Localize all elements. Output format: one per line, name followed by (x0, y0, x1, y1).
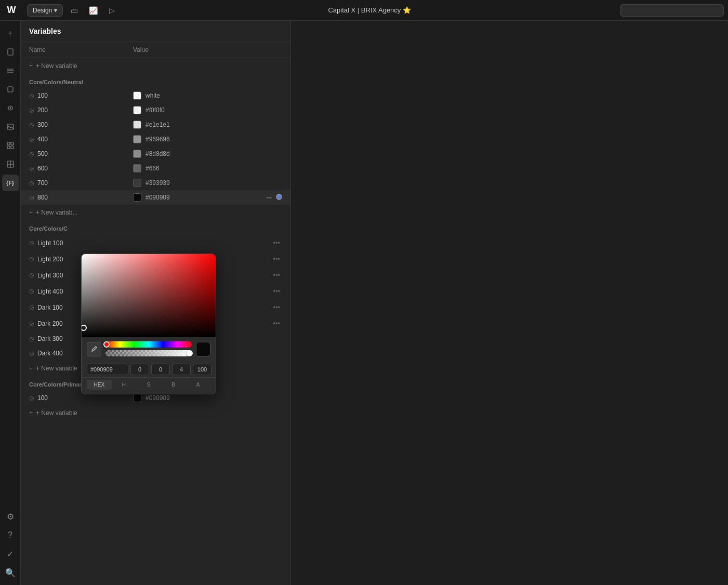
variable-icon: ◎ (29, 194, 34, 201)
new-variable-button-4[interactable]: + + New variable (21, 405, 290, 421)
var-name: ◎ 100 (29, 394, 133, 402)
value-text: #090909 (145, 394, 170, 402)
new-variable-button-2[interactable]: + + New variab... (21, 205, 290, 220)
color-mode-tabs: HEX H S B A (82, 377, 216, 394)
analytics-icon[interactable]: 📈 (86, 3, 100, 18)
more-options-button[interactable]: ••• (271, 254, 282, 264)
table-row[interactable]: ◎ 800 #090909 ••• (21, 190, 290, 205)
var-name-text: 700 (37, 179, 48, 187)
var-name-text: Dark 200 (37, 320, 63, 327)
canvas-area (291, 21, 728, 585)
var-name: ◎ 500 (29, 150, 133, 157)
svg-rect-9 (11, 142, 14, 145)
variables-icon[interactable]: {F} (2, 175, 19, 191)
top-bar: W Design ▾ 🗃 📈 ▷ Capital X | BRIX Agency… (0, 0, 728, 21)
more-options-button[interactable]: ••• (271, 286, 282, 296)
var-name-text: 100 (37, 394, 48, 402)
var-value: #666 (133, 164, 282, 172)
var-name-text: Light 400 (37, 288, 63, 295)
page-icon[interactable] (2, 44, 19, 60)
grid-icon[interactable] (2, 156, 19, 172)
settings-icon[interactable]: ⚙ (2, 508, 19, 525)
color-values-section (82, 361, 216, 377)
s-channel-input[interactable] (151, 364, 170, 375)
column-headers: Name Value (21, 42, 290, 58)
var-value: #090909 (133, 394, 282, 402)
eyedropper-button[interactable] (87, 342, 101, 356)
variable-icon: ◎ (29, 107, 34, 114)
play-icon[interactable]: ▷ (104, 3, 119, 18)
table-row[interactable]: ◎ 200 #f0f0f0 (21, 103, 290, 117)
table-row[interactable]: ◎ 700 #393939 (21, 176, 290, 190)
value-column-header: Value (133, 46, 282, 54)
database-icon[interactable]: 🗃 (67, 3, 82, 18)
var-value: #8d8d8d (133, 150, 282, 158)
tab-h[interactable]: H (112, 380, 137, 390)
table-row[interactable]: ◎ 500 #8d8d8d (21, 147, 290, 161)
table-row[interactable]: ◎ 400 #969696 (21, 132, 290, 147)
image-icon[interactable] (2, 118, 19, 135)
more-options-button[interactable]: ••• (271, 318, 282, 328)
variable-icon: ◎ (29, 180, 34, 187)
var-name: ◎ 700 (29, 179, 133, 187)
plus-icon: + (29, 365, 33, 372)
gradient-area[interactable] (82, 254, 216, 337)
plus-icon: + (29, 62, 33, 70)
more-options-button[interactable]: ••• (271, 302, 282, 312)
var-name-text: 400 (37, 136, 48, 143)
check-icon[interactable]: ✓ (2, 546, 19, 562)
hue-opacity-section (82, 337, 216, 361)
table-row[interactable]: ◎ 100 white (21, 88, 290, 103)
var-value: #e1e1e1 (133, 121, 282, 129)
add-icon[interactable]: + (2, 25, 19, 42)
color-swatch (133, 91, 141, 100)
tab-hex[interactable]: HEX (87, 380, 112, 390)
value-text: #666 (145, 165, 160, 172)
more-options-button[interactable]: ••• (264, 194, 274, 202)
more-options-button[interactable]: ••• (271, 270, 282, 280)
component-icon[interactable] (2, 137, 19, 154)
new-variable-button[interactable]: + + New variable (21, 58, 290, 74)
variable-icon: ◎ (29, 288, 34, 295)
color-preview-swatch (196, 342, 210, 356)
variable-icon: ◎ (29, 304, 34, 311)
design-button[interactable]: Design ▾ (27, 4, 63, 17)
tab-b[interactable]: B (161, 380, 186, 390)
opacity-slider[interactable] (105, 350, 192, 356)
var-name-text: 600 (37, 165, 48, 172)
search-input[interactable] (620, 4, 724, 17)
var-name-text: Dark 100 (37, 304, 63, 311)
variable-icon: ◎ (29, 136, 34, 143)
logo: W (4, 3, 19, 18)
color-swatch (133, 179, 141, 187)
style-icon[interactable] (2, 100, 19, 116)
var-value: #969696 (133, 135, 282, 143)
tab-a[interactable]: A (186, 380, 210, 390)
box-icon[interactable] (2, 81, 19, 98)
value-text: #f0f0f0 (145, 107, 165, 114)
svg-point-6 (9, 108, 11, 109)
sliders-column (105, 341, 192, 356)
new-variable-label: + New variable (36, 365, 77, 372)
more-options-button[interactable]: ••• (271, 238, 282, 248)
table-row[interactable]: ◎ Light 100 ••• (21, 235, 290, 251)
h-channel-input[interactable] (130, 364, 149, 375)
search-icon[interactable]: 🔍 (2, 564, 19, 581)
variable-icon: ◎ (29, 240, 34, 246)
color-swatch (133, 135, 141, 143)
layers-icon[interactable] (2, 62, 19, 79)
table-row[interactable]: ◎ 600 #666 (21, 161, 290, 176)
hex-input[interactable] (87, 364, 128, 375)
a-channel-input[interactable] (193, 364, 211, 375)
help-icon[interactable]: ? (2, 527, 19, 543)
hue-slider[interactable] (105, 341, 192, 348)
tab-s[interactable]: S (136, 380, 161, 390)
icon-rail: + {F} ⚙ ? ✓ 🔍 (0, 21, 21, 585)
b-channel-input[interactable] (172, 364, 191, 375)
table-row[interactable]: ◎ 300 #e1e1e1 (21, 117, 290, 132)
variable-icon: ◎ (29, 92, 34, 99)
var-name: ◎ 400 (29, 136, 133, 143)
var-name-text: 800 (37, 194, 48, 201)
var-name: ◎ 300 (29, 121, 133, 128)
search-wrapper: 🔍 (620, 4, 724, 17)
